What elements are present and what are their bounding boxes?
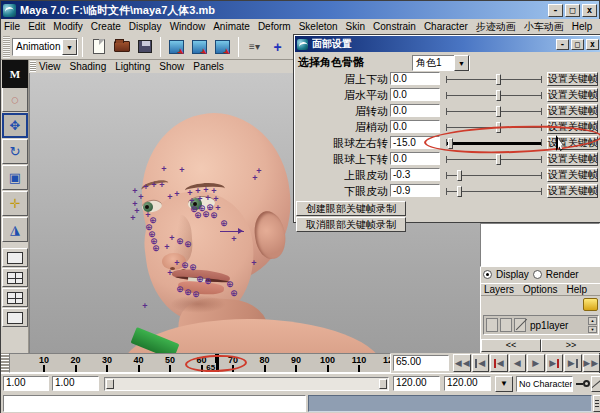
panel-menu-shading[interactable]: Shading xyxy=(70,61,107,72)
menu-item-deform[interactable]: Deform xyxy=(258,21,291,32)
skeleton-combo[interactable]: 角色1 ▼ xyxy=(412,55,470,71)
playback-start-field[interactable]: 1.00 xyxy=(52,376,99,391)
set-keyframe-button[interactable]: 设置关键帧 xyxy=(547,88,598,102)
attr-slider[interactable] xyxy=(446,90,542,101)
range-end-handle[interactable] xyxy=(379,379,387,389)
slider-handle[interactable] xyxy=(496,90,501,101)
skeleton-combo-dropdown-icon[interactable]: ▼ xyxy=(454,55,469,71)
character-set-dropdown[interactable]: ▼ xyxy=(495,376,513,392)
menu-item-help[interactable]: Help xyxy=(572,21,593,32)
attr-value-field[interactable]: 0.0 xyxy=(390,120,440,133)
construction-history-button[interactable]: ≡▾ xyxy=(244,36,265,57)
panel-menu-view[interactable]: View xyxy=(39,61,61,72)
save-scene-button[interactable] xyxy=(134,36,155,57)
attr-slider[interactable] xyxy=(446,138,542,149)
close-button[interactable]: x xyxy=(582,4,597,17)
menu-item-edit[interactable]: Edit xyxy=(28,21,45,32)
attr-value-field[interactable]: 0.0 xyxy=(390,104,440,117)
play-forwards-button[interactable]: ▶ xyxy=(527,354,545,372)
hypergraph-layout-button[interactable] xyxy=(2,308,28,327)
create-eye-key-record-button[interactable]: 创建眼部关键帧录制 xyxy=(296,201,406,216)
set-keyframe-button[interactable]: 设置关键帧 xyxy=(547,120,598,134)
character-set-field[interactable]: No Character Set xyxy=(516,376,573,392)
maximize-button[interactable]: □ xyxy=(565,4,580,17)
attr-slider[interactable] xyxy=(446,186,542,197)
attr-slider[interactable] xyxy=(446,170,542,181)
animation-preferences-button[interactable] xyxy=(591,376,600,392)
dialog-minimize-button[interactable]: - xyxy=(556,39,569,50)
layer-page-prev-button[interactable]: << xyxy=(481,339,541,352)
panel-menu-show[interactable]: Show xyxy=(159,61,184,72)
animation-start-field[interactable]: 1.00 xyxy=(3,376,49,391)
attr-slider[interactable] xyxy=(446,154,542,165)
attr-slider[interactable] xyxy=(446,122,542,133)
time-slider[interactable]: 10203040506070809010011012065 xyxy=(9,353,391,373)
attr-value-field[interactable]: -0.3 xyxy=(390,168,440,181)
slider-handle[interactable] xyxy=(457,170,462,181)
set-keyframe-button[interactable]: 设置关键帧 xyxy=(547,152,598,166)
layer-menu-options[interactable]: Options xyxy=(523,284,557,295)
set-keyframe-button[interactable]: 设置关键帧 xyxy=(547,104,598,118)
slider-handle[interactable] xyxy=(457,186,462,197)
move-tool-button[interactable]: ✥ xyxy=(2,113,28,138)
layer-page-next-button[interactable]: >> xyxy=(541,339,600,352)
current-time-field[interactable]: 65.00 xyxy=(393,355,449,371)
main-titlebar[interactable]: Maya 7.0: F:\临时文件\maya7人体3.mb - □ x xyxy=(1,1,599,19)
menu-item-character[interactable]: Character xyxy=(424,21,468,32)
dialog-maximize-button[interactable]: □ xyxy=(571,39,584,50)
step-back-key-button[interactable]: ◀ xyxy=(472,354,490,372)
playback-end-field[interactable]: 120.00 xyxy=(393,376,440,391)
menu-item-步迹动画[interactable]: 步迹动画 xyxy=(476,20,516,34)
slider-handle[interactable] xyxy=(496,154,501,165)
plus-tool-button[interactable]: + xyxy=(267,36,288,57)
slider-handle[interactable] xyxy=(496,122,501,133)
layer-scrollbar[interactable]: ▲▼ xyxy=(588,317,597,333)
layer-menu-layers[interactable]: Layers xyxy=(484,284,514,295)
attr-slider[interactable] xyxy=(446,74,542,85)
rotate-tool-button[interactable]: ↻ xyxy=(2,139,28,164)
step-forward-frame-button[interactable]: ▶ xyxy=(546,354,564,372)
render-radio[interactable] xyxy=(533,270,542,279)
set-keyframe-button[interactable]: 设置关键帧 xyxy=(547,72,598,86)
set-keyframe-button[interactable]: 设置关键帧 xyxy=(547,168,598,182)
minimize-button[interactable]: - xyxy=(548,4,563,17)
open-scene-button[interactable] xyxy=(111,36,132,57)
step-forward-key-button[interactable]: ▶ xyxy=(564,354,582,372)
create-layer-icon[interactable] xyxy=(583,298,598,311)
soft-mod-tool-button[interactable]: ◮ xyxy=(2,217,28,242)
time-slider-grip[interactable] xyxy=(1,353,9,373)
dialog-titlebar[interactable]: 面部设置 - □ x xyxy=(295,36,600,52)
attr-value-field[interactable]: 0.0 xyxy=(390,72,440,85)
toolbar-grip[interactable] xyxy=(3,36,10,58)
menu-item-小车动画[interactable]: 小车动画 xyxy=(524,20,564,34)
menu-item-window[interactable]: Window xyxy=(170,21,206,32)
panel-menu-grip[interactable] xyxy=(30,61,36,72)
animation-end-field[interactable]: 120.00 xyxy=(444,376,491,391)
range-slider[interactable] xyxy=(104,377,389,391)
range-start-handle[interactable] xyxy=(106,379,114,389)
layer-playback-toggle[interactable] xyxy=(500,318,512,332)
layer-display-type-toggle[interactable] xyxy=(514,318,526,332)
menu-item-skin[interactable]: Skin xyxy=(346,21,365,32)
layer-name[interactable]: pp1layer xyxy=(526,320,588,331)
menu-item-animate[interactable]: Animate xyxy=(213,21,250,32)
layer-visibility-toggle[interactable] xyxy=(486,318,498,332)
go-to-start-button[interactable]: ◀◀ xyxy=(453,354,471,372)
menu-item-skeleton[interactable]: Skeleton xyxy=(299,21,338,32)
scale-tool-button[interactable]: ▣ xyxy=(2,165,28,190)
attr-value-field[interactable]: -15.0 xyxy=(390,136,440,149)
snap-point-button[interactable] xyxy=(212,36,233,57)
script-editor-button[interactable] xyxy=(593,395,600,412)
cancel-eye-key-record-button[interactable]: 取消眼部关键帧录制 xyxy=(296,217,406,232)
menu-item-create[interactable]: Create xyxy=(91,21,121,32)
snap-grid-button[interactable] xyxy=(166,36,187,57)
set-keyframe-button[interactable]: 设置关键帧 xyxy=(547,136,598,150)
menu-set-dropdown-icon[interactable]: ▼ xyxy=(62,39,77,55)
slider-handle[interactable] xyxy=(448,138,453,149)
attr-value-field[interactable]: -0.9 xyxy=(390,184,440,197)
display-radio[interactable] xyxy=(483,270,492,279)
layer-row[interactable]: pp1layer ▲▼ xyxy=(483,315,599,335)
set-keyframe-button[interactable]: 设置关键帧 xyxy=(547,184,598,198)
single-pane-layout-button[interactable] xyxy=(2,248,28,267)
dialog-close-button[interactable]: x xyxy=(586,39,599,50)
